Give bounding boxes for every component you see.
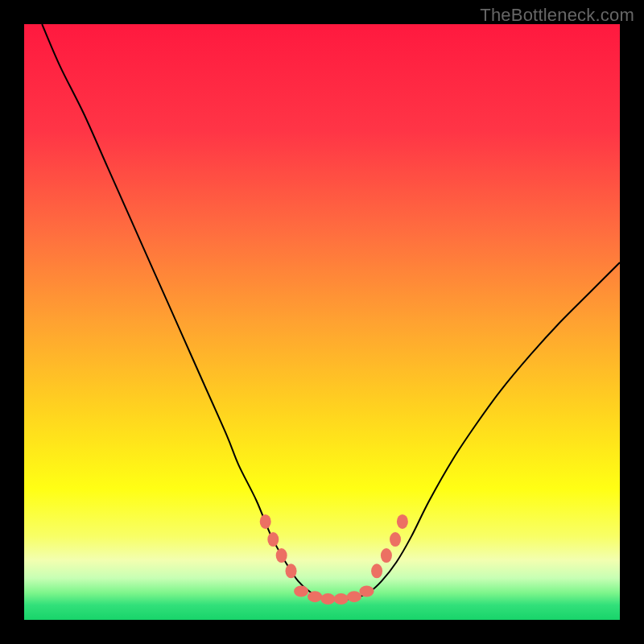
marker-dot [286,564,297,578]
chart-frame: TheBottleneck.com [0,0,644,644]
marker-dot [267,532,279,547]
marker-dot [347,591,361,602]
marker-group [260,514,408,605]
marker-dot [381,548,392,563]
marker-dot [276,548,287,563]
plot-area [24,24,620,620]
marker-dot [320,593,335,605]
marker-dot [294,585,308,597]
marker-dot [360,585,374,597]
watermark-text: TheBottleneck.com [480,5,634,26]
marker-dot [334,593,349,605]
marker-dot [371,564,382,578]
marker-dot [260,514,271,529]
marker-dot [390,532,401,547]
bottleneck-curve [42,24,620,600]
marker-dot [397,514,408,529]
curve-layer [24,24,620,620]
marker-dot [308,591,322,602]
